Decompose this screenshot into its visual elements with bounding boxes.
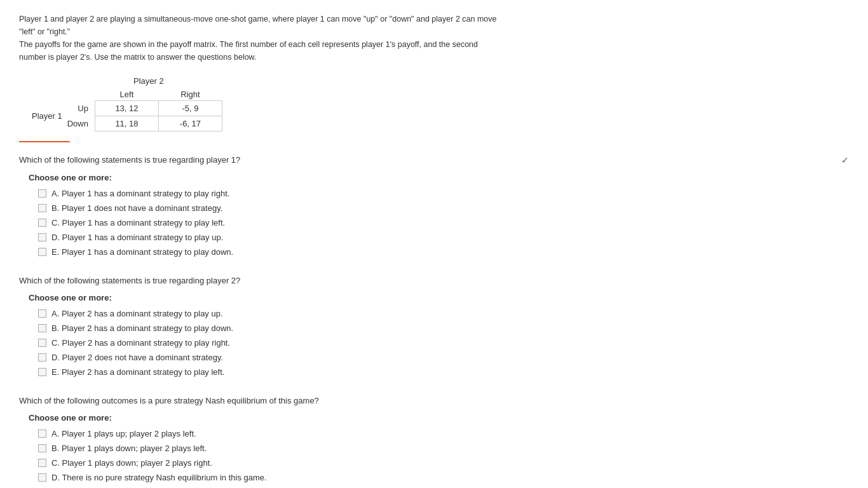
intro-paragraph: Player 1 and player 2 are playing a simu… bbox=[19, 13, 502, 64]
question2-text: Which of the following statements is tru… bbox=[19, 276, 849, 285]
option-q3b-text: B. Player 1 plays down; player 2 plays l… bbox=[51, 444, 207, 453]
checkbox-q2c[interactable] bbox=[38, 339, 46, 347]
question3-choose-label: Choose one or more: bbox=[29, 413, 849, 423]
checkbox-q1d[interactable] bbox=[38, 233, 46, 241]
col-header-left: Left bbox=[95, 88, 158, 101]
intro-line3: 2's. Use the matrix to answer the questi… bbox=[80, 53, 257, 62]
edit-icon-q1[interactable]: ✓ bbox=[841, 155, 849, 165]
checkbox-q1e[interactable] bbox=[38, 248, 46, 256]
checkbox-q3c[interactable] bbox=[38, 459, 46, 467]
question2-options-list: A. Player 2 has a dominant strategy to p… bbox=[38, 309, 849, 377]
option-q2b-text: B. Player 2 has a dominant strategy to p… bbox=[51, 323, 233, 333]
option-q1e-text: E. Player 1 has a dominant strategy to p… bbox=[51, 247, 233, 257]
section-divider-top bbox=[19, 141, 70, 142]
checkbox-q2b[interactable] bbox=[38, 324, 46, 332]
payoff-matrix-table: Left Right Player 1 Up 13, 12 -5, 9 Down… bbox=[32, 88, 222, 132]
list-item: A. Player 2 has a dominant strategy to p… bbox=[38, 309, 849, 318]
list-item: B. Player 1 plays down; player 2 plays l… bbox=[38, 444, 849, 453]
option-q2a-text: A. Player 2 has a dominant strategy to p… bbox=[51, 309, 223, 318]
player1-label: Player 1 bbox=[32, 101, 67, 132]
cell-down-left: 11, 18 bbox=[95, 116, 158, 132]
list-item: D. Player 2 does not have a dominant str… bbox=[38, 353, 849, 362]
question1-choose-label: Choose one or more: bbox=[29, 173, 849, 182]
list-item: C. Player 1 plays down; player 2 plays r… bbox=[38, 458, 849, 468]
list-item: A. Player 1 has a dominant strategy to p… bbox=[38, 189, 849, 198]
list-item: E. Player 2 has a dominant strategy to p… bbox=[38, 367, 849, 377]
checkbox-q2d[interactable] bbox=[38, 353, 46, 362]
option-q2c-text: C. Player 2 has a dominant strategy to p… bbox=[51, 338, 230, 348]
checkbox-q1b[interactable] bbox=[38, 204, 46, 212]
list-item: D. Player 1 has a dominant strategy to p… bbox=[38, 233, 849, 242]
option-q2e-text: E. Player 2 has a dominant strategy to p… bbox=[51, 367, 224, 377]
row-header-down: Down bbox=[67, 116, 95, 132]
list-item: B. Player 2 has a dominant strategy to p… bbox=[38, 323, 849, 333]
row-header-up: Up bbox=[67, 101, 95, 116]
option-q1b-text: B. Player 1 does not have a dominant str… bbox=[51, 203, 222, 213]
cell-up-left: 13, 12 bbox=[95, 101, 158, 116]
option-q1a-text: A. Player 1 has a dominant strategy to p… bbox=[51, 189, 229, 198]
option-q3d-text: D. There is no pure strategy Nash equili… bbox=[51, 473, 267, 482]
list-item: B. Player 1 does not have a dominant str… bbox=[38, 203, 849, 213]
list-item: C. Player 1 has a dominant strategy to p… bbox=[38, 218, 849, 227]
option-q1d-text: D. Player 1 has a dominant strategy to p… bbox=[51, 233, 223, 242]
question2-content: Which of the following statements is tru… bbox=[19, 276, 849, 285]
col-header-right: Right bbox=[158, 88, 222, 101]
option-q3c-text: C. Player 1 plays down; player 2 plays r… bbox=[51, 458, 212, 468]
checkbox-q1c[interactable] bbox=[38, 219, 46, 227]
list-item: C. Player 2 has a dominant strategy to p… bbox=[38, 338, 849, 348]
question2-choose-label: Choose one or more: bbox=[29, 293, 849, 302]
question1-content: Which of the following statements is tru… bbox=[19, 155, 835, 165]
question3-options-list: A. Player 1 plays up; player 2 plays lef… bbox=[38, 429, 849, 488]
checkbox-q2a[interactable] bbox=[38, 309, 46, 318]
list-item: D. There is no pure strategy Nash equili… bbox=[38, 473, 849, 482]
checkbox-q3d[interactable] bbox=[38, 473, 46, 482]
question2-section: Which of the following statements is tru… bbox=[19, 276, 849, 377]
checkbox-q2e[interactable] bbox=[38, 368, 46, 376]
intro-line1: Player 1 and player 2 are playing a simu… bbox=[19, 15, 497, 36]
question1-text: Which of the following statements is tru… bbox=[19, 155, 849, 165]
payoff-matrix-section: Player 2 Left Right Player 1 Up 13, 12 -… bbox=[19, 76, 849, 132]
list-item: A. Player 1 plays up; player 2 plays lef… bbox=[38, 429, 849, 438]
cell-up-right: -5, 9 bbox=[158, 101, 222, 116]
question3-section: Which of the following outcomes is a pur… bbox=[19, 396, 849, 488]
checkbox-q1a[interactable] bbox=[38, 189, 46, 198]
cell-down-right: -6, 17 bbox=[158, 116, 222, 132]
option-q2d-text: D. Player 2 does not have a dominant str… bbox=[51, 353, 223, 362]
checkbox-q3a[interactable] bbox=[38, 430, 46, 438]
checkbox-q3b[interactable] bbox=[38, 444, 46, 452]
question1-section: Which of the following statements is tru… bbox=[19, 155, 849, 257]
question1-options-list: A. Player 1 has a dominant strategy to p… bbox=[38, 189, 849, 257]
question3-text: Which of the following outcomes is a pur… bbox=[19, 396, 849, 405]
list-item: E. Player 1 has a dominant strategy to p… bbox=[38, 247, 849, 257]
option-q3a-text: A. Player 1 plays up; player 2 plays lef… bbox=[51, 429, 196, 438]
player2-header: Player 2 bbox=[19, 76, 164, 86]
question3-content: Which of the following outcomes is a pur… bbox=[19, 396, 849, 405]
option-q1c-text: C. Player 1 has a dominant strategy to p… bbox=[51, 218, 225, 227]
